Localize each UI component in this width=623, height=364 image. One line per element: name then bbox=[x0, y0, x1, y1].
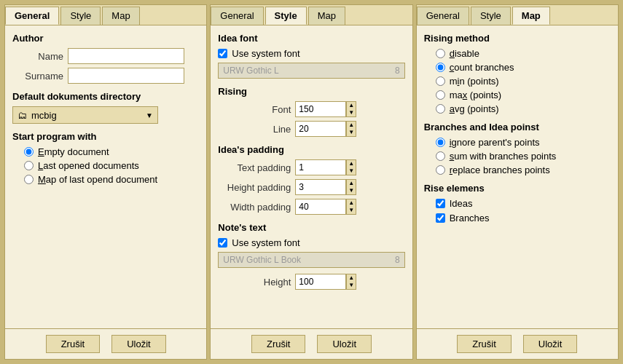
dir-dropdown-value: mcbig bbox=[31, 110, 57, 121]
radio-count-branches-input[interactable] bbox=[436, 63, 445, 72]
width-padding-spinner-btn[interactable]: ▲▼ bbox=[346, 199, 356, 215]
radio-max-points-label: max (points) bbox=[450, 90, 502, 100]
rise-elemens-title: Rise elemens bbox=[424, 183, 611, 194]
rising-line-spinner-btn[interactable]: ▲▼ bbox=[346, 121, 356, 137]
tab-bar-3: General Style Map bbox=[417, 5, 618, 25]
radio-max-points-input[interactable] bbox=[436, 90, 445, 100]
radio-map-last: Map of last opend document bbox=[24, 174, 199, 185]
idea-font-title: Idea font bbox=[218, 33, 404, 44]
idea-use-system-font-label: Use system font bbox=[232, 48, 299, 59]
radio-max-points: max (points) bbox=[436, 90, 611, 100]
surname-input[interactable] bbox=[68, 68, 184, 84]
height-padding-input[interactable] bbox=[295, 179, 346, 195]
text-padding-input[interactable] bbox=[295, 159, 346, 175]
radio-ignore-parent: ignore parent's points bbox=[436, 137, 611, 148]
tab-style-1[interactable]: Style bbox=[60, 7, 101, 25]
tab-general-1[interactable]: General bbox=[5, 7, 59, 25]
panel-3-content: Rising method disable count branches min… bbox=[417, 25, 618, 328]
note-height-label: Height bbox=[218, 277, 291, 288]
note-height-row: Height ▲▼ bbox=[218, 274, 404, 290]
text-padding-row: Text padding ▲▼ bbox=[218, 159, 404, 175]
tab-map-1[interactable]: Map bbox=[102, 7, 139, 25]
note-use-system-font-checkbox[interactable] bbox=[218, 238, 227, 248]
radio-replace-branches-input[interactable] bbox=[436, 165, 445, 175]
rising-method-radios: disable count branches min (points) max … bbox=[424, 48, 611, 114]
tab-general-3[interactable]: General bbox=[417, 7, 469, 25]
note-font-name: URW Gothic L Book bbox=[223, 255, 301, 265]
radio-sum-branches-input[interactable] bbox=[436, 151, 445, 161]
text-padding-label: Text padding bbox=[218, 162, 291, 173]
rise-elemens-checkboxes: Ideas Branches bbox=[424, 198, 611, 223]
radio-empty-doc-input[interactable] bbox=[24, 147, 34, 157]
width-padding-input[interactable] bbox=[295, 199, 346, 215]
author-section-title: Author bbox=[12, 33, 199, 44]
tab-map-2[interactable]: Map bbox=[308, 7, 345, 25]
ideas-padding-title: Idea's padding bbox=[218, 144, 404, 155]
note-height-spinner-btn[interactable]: ▲▼ bbox=[346, 274, 356, 290]
panel-1-footer: Zrušit Uložit bbox=[5, 328, 206, 359]
text-padding-spinner: ▲▼ bbox=[295, 159, 356, 175]
radio-disable-input[interactable] bbox=[436, 49, 445, 58]
panel-1-content: Author Name Surname Default dokuments di… bbox=[5, 25, 206, 328]
rising-font-row: Font ▲▼ bbox=[218, 101, 404, 117]
idea-use-system-font-checkbox[interactable] bbox=[218, 49, 227, 58]
radio-min-points: min (points) bbox=[436, 76, 611, 87]
tab-bar-1: General Style Map bbox=[5, 5, 206, 25]
radio-ignore-parent-input[interactable] bbox=[436, 138, 445, 147]
name-input[interactable] bbox=[68, 48, 184, 64]
checkbox-branches[interactable] bbox=[436, 213, 445, 223]
rising-title: Rising bbox=[218, 86, 404, 97]
panel-2-footer: Zrušit Uložit bbox=[211, 328, 412, 359]
panel-style: General Style Map Idea font Use system f… bbox=[210, 4, 412, 360]
cancel-button-1[interactable]: Zrušit bbox=[46, 335, 101, 353]
radio-map-last-input[interactable] bbox=[24, 175, 34, 184]
start-section-title: Start program with bbox=[12, 131, 199, 142]
checkbox-branches-label: Branches bbox=[450, 213, 490, 223]
branches-idea-radios: ignore parent's points sum with branches… bbox=[424, 137, 611, 175]
tab-style-3[interactable]: Style bbox=[471, 7, 511, 25]
save-button-2[interactable]: Uložit bbox=[317, 335, 372, 353]
save-button-1[interactable]: Uložit bbox=[111, 335, 166, 353]
tab-general-2[interactable]: General bbox=[211, 7, 263, 25]
rising-method-title: Rising method bbox=[424, 33, 611, 44]
height-padding-label: Height padding bbox=[218, 182, 291, 193]
cancel-button-3[interactable]: Zrušit bbox=[457, 335, 512, 353]
cancel-button-2[interactable]: Zrušit bbox=[251, 335, 306, 353]
radio-last-opened-label: Last opened documents bbox=[38, 160, 139, 171]
rising-line-label: Line bbox=[218, 124, 291, 135]
rising-font-spinner-btn[interactable]: ▲▼ bbox=[346, 101, 356, 117]
checkbox-ideas-row: Ideas bbox=[436, 198, 611, 209]
panel-general: General Style Map Author Name Surname De… bbox=[4, 4, 207, 360]
tab-style-2[interactable]: Style bbox=[265, 7, 307, 25]
idea-use-system-font-row: Use system font bbox=[218, 48, 404, 59]
radio-avg-points-input[interactable] bbox=[436, 104, 445, 114]
rising-line-input[interactable] bbox=[295, 121, 346, 137]
dir-dropdown-icon: 🗂 bbox=[17, 110, 27, 121]
height-padding-spinner: ▲▼ bbox=[295, 179, 356, 195]
radio-min-points-label: min (points) bbox=[450, 76, 499, 87]
rising-line-spinner: ▲▼ bbox=[295, 121, 356, 137]
note-height-input[interactable] bbox=[295, 274, 346, 290]
idea-font-name: URW Gothic L bbox=[223, 66, 278, 76]
main-wrapper: General Style Map Author Name Surname De… bbox=[0, 0, 623, 364]
radio-min-points-input[interactable] bbox=[436, 76, 445, 86]
idea-font-display: URW Gothic L 8 bbox=[218, 63, 404, 79]
height-padding-spinner-btn[interactable]: ▲▼ bbox=[346, 179, 356, 195]
text-padding-spinner-btn[interactable]: ▲▼ bbox=[346, 159, 356, 175]
width-padding-row: Width padding ▲▼ bbox=[218, 199, 404, 215]
rising-font-input[interactable] bbox=[295, 101, 346, 117]
dir-section-title: Default dokuments directory bbox=[12, 91, 199, 102]
note-use-system-font-row: Use system font bbox=[218, 237, 404, 248]
save-button-3[interactable]: Uložit bbox=[523, 335, 578, 353]
dir-dropdown[interactable]: 🗂 mcbig ▼ bbox=[12, 106, 158, 124]
radio-disable: disable bbox=[436, 48, 611, 59]
radio-ignore-parent-label: ignore parent's points bbox=[450, 137, 540, 148]
note-height-spinner: ▲▼ bbox=[295, 274, 356, 290]
note-font-display: URW Gothic L Book 8 bbox=[218, 252, 404, 268]
radio-sum-branches-label: sum with branches points bbox=[450, 151, 557, 162]
checkbox-branches-row: Branches bbox=[436, 213, 611, 223]
tab-map-3[interactable]: Map bbox=[512, 7, 550, 25]
checkbox-ideas[interactable] bbox=[436, 199, 445, 208]
radio-sum-branches: sum with branches points bbox=[436, 151, 611, 162]
radio-last-opened-input[interactable] bbox=[24, 161, 34, 170]
